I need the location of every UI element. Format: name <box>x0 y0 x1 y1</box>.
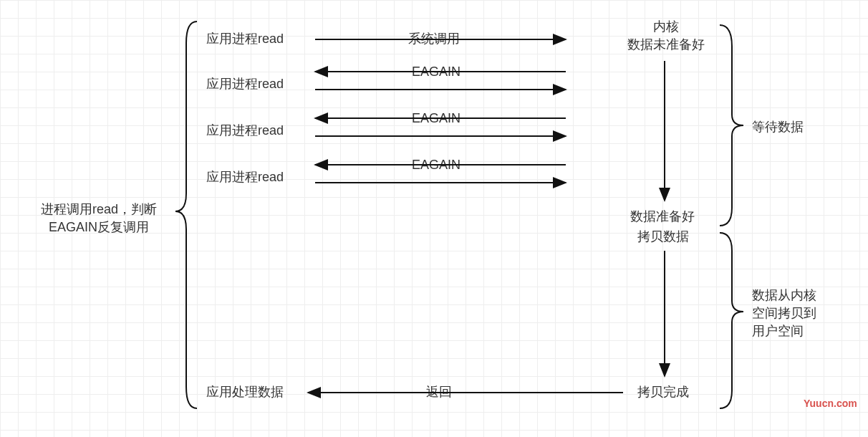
watermark: Yuucn.com <box>804 398 857 409</box>
return-label: 返回 <box>426 383 452 401</box>
kernel-ready: 数据准备好 <box>630 208 695 226</box>
kernel-done: 拷贝完成 <box>637 383 689 401</box>
right-annotation-top: 等待数据 <box>752 118 804 136</box>
kernel-copy: 拷贝数据 <box>637 228 689 246</box>
app-done: 应用处理数据 <box>206 383 284 401</box>
arrow-label-3: EAGAIN <box>412 156 460 174</box>
left-annotation: 进程调用read，判断 EAGAIN反复调用 <box>20 201 178 236</box>
arrow-label-1: EAGAIN <box>412 63 460 81</box>
arrow-label-0: 系统调用 <box>408 30 460 48</box>
right-annotation-bottom: 数据从内核 空间拷贝到 用户空间 <box>752 287 816 341</box>
read-call-2: 应用进程read <box>206 122 284 140</box>
read-call-0: 应用进程read <box>206 30 284 48</box>
arrow-label-2: EAGAIN <box>412 110 460 128</box>
read-call-1: 应用进程read <box>206 75 284 93</box>
kernel-top: 内核 数据未准备好 <box>612 18 720 54</box>
read-call-3: 应用进程read <box>206 168 284 186</box>
